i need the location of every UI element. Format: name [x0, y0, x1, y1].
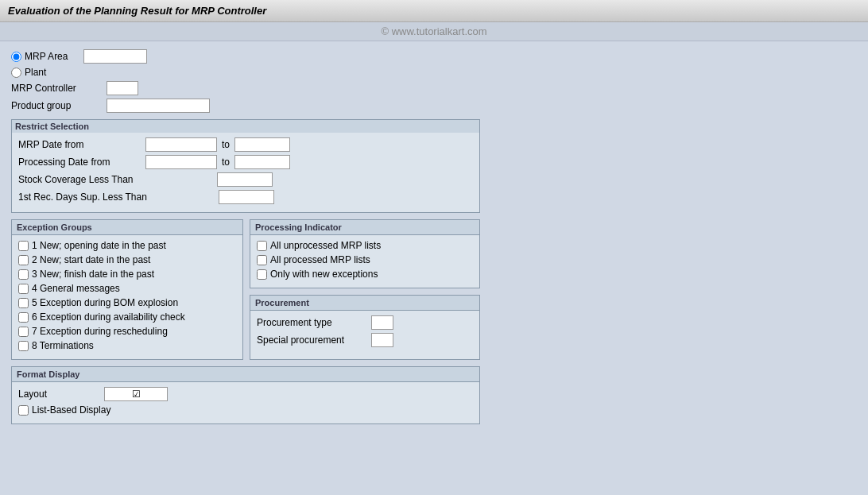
plant-radio-label[interactable]: Plant — [11, 67, 46, 78]
restrict-selection-box: Restrict Selection MRP Date from to Proc… — [11, 119, 480, 213]
mrp-date-to-label: to — [222, 139, 230, 150]
exception-item-5: 5 Exception during BOM explosion — [18, 297, 236, 308]
page-title: Evaluation of the Planning Result for MR… — [8, 5, 266, 17]
exception-item-6: 6 Exception during availability check — [18, 311, 236, 323]
stock-coverage-input[interactable] — [217, 172, 273, 187]
processing-date-from-label: Processing Date from — [18, 157, 145, 168]
panels-container: Exception Groups 1 New; opening date in … — [11, 219, 480, 360]
format-display-content: Layout ☑ List-Based Display — [12, 382, 479, 423]
mrp-controller-row: MRP Controller — [11, 81, 857, 95]
first-rec-days-row: 1st Rec. Days Sup. Less Than — [18, 190, 473, 204]
plant-row: Plant — [11, 67, 857, 78]
exception-checkbox-4[interactable] — [18, 284, 29, 294]
processing-checkbox-1[interactable] — [257, 241, 267, 251]
layout-row: Layout ☑ — [18, 387, 473, 401]
format-display-title: Format Display — [12, 367, 479, 382]
processing-item-2: All processed MRP lists — [257, 254, 473, 265]
processing-date-row: Processing Date from to — [18, 155, 473, 169]
mrp-area-radio-label[interactable]: MRP Area — [11, 51, 68, 62]
watermark-text: © www.tutorialkart.com — [381, 25, 486, 37]
format-display-box: Format Display Layout ☑ List-Based Displ… — [11, 366, 480, 424]
plant-label: Plant — [25, 67, 46, 78]
exception-checkbox-3[interactable] — [18, 269, 29, 280]
mrp-controller-input[interactable] — [107, 81, 138, 95]
mrp-area-label: MRP Area — [25, 51, 68, 62]
exception-label-7: 7 Exception during rescheduling — [32, 326, 168, 337]
plant-radio[interactable] — [11, 68, 21, 78]
processing-checkbox-3[interactable] — [257, 269, 267, 280]
mrp-area-radio[interactable] — [11, 52, 21, 62]
processing-label-1: All unprocessed MRP lists — [270, 240, 381, 251]
right-panels: Processing Indicator All unprocessed MRP… — [250, 219, 480, 360]
product-group-input[interactable] — [107, 99, 210, 113]
exception-item-7: 7 Exception during rescheduling — [18, 326, 236, 337]
exception-item-1: 1 New; opening date in the past — [18, 240, 236, 251]
exception-label-4: 4 General messages — [32, 283, 120, 294]
processing-label-2: All processed MRP lists — [270, 254, 370, 265]
stock-coverage-label: Stock Coverage Less Than — [18, 174, 145, 185]
exception-item-3: 3 New; finish date in the past — [18, 269, 236, 280]
exception-item-2: 2 New; start date in the past — [18, 254, 236, 265]
processing-checkbox-2[interactable] — [257, 255, 267, 265]
processing-indicator-content: All unprocessed MRP lists All processed … — [250, 235, 479, 288]
exception-label-2: 2 New; start date in the past — [32, 254, 150, 265]
exception-checkbox-1[interactable] — [18, 241, 29, 251]
exception-groups-content: 1 New; opening date in the past 2 New; s… — [12, 235, 242, 359]
mrp-date-from-input[interactable] — [145, 137, 217, 152]
procurement-panel: Procurement Procurement type Special pro… — [250, 295, 480, 360]
layout-label: Layout — [18, 389, 98, 400]
mrp-date-row: MRP Date from to — [18, 137, 473, 152]
processing-date-to-input[interactable] — [234, 155, 290, 169]
special-procurement-label: Special procurement — [257, 335, 368, 346]
stock-coverage-row: Stock Coverage Less Than — [18, 172, 473, 187]
exception-label-1: 1 New; opening date in the past — [32, 240, 166, 251]
processing-item-1: All unprocessed MRP lists — [257, 240, 473, 251]
exception-checkbox-5[interactable] — [18, 298, 29, 308]
title-bar: Evaluation of the Planning Result for MR… — [0, 0, 868, 22]
mrp-area-row: MRP Area — [11, 49, 857, 64]
main-content: MRP Area Plant MRP Controller Product gr… — [0, 41, 868, 439]
mrp-date-from-label: MRP Date from — [18, 139, 145, 150]
procurement-type-input[interactable] — [371, 315, 393, 330]
exception-label-6: 6 Exception during availability check — [32, 311, 185, 323]
mrp-area-input[interactable] — [83, 49, 147, 64]
exception-checkbox-8[interactable] — [18, 341, 29, 351]
procurement-title: Procurement — [250, 296, 479, 311]
exception-item-8: 8 Terminations — [18, 340, 236, 351]
exception-label-5: 5 Exception during BOM explosion — [32, 297, 178, 308]
exception-groups-panel: Exception Groups 1 New; opening date in … — [11, 219, 243, 360]
procurement-content: Procurement type Special procurement — [250, 311, 479, 355]
exception-item-4: 4 General messages — [18, 283, 236, 294]
procurement-type-label: Procurement type — [257, 317, 368, 328]
processing-item-3: Only with new exceptions — [257, 269, 473, 280]
exception-label-8: 8 Terminations — [32, 340, 94, 351]
special-procurement-row: Special procurement — [257, 333, 473, 347]
list-based-display-label: List-Based Display — [32, 404, 110, 416]
processing-date-to-label: to — [222, 157, 230, 168]
mrp-date-to-input[interactable] — [234, 137, 290, 152]
first-rec-days-input[interactable] — [219, 190, 274, 204]
processing-indicator-panel: Processing Indicator All unprocessed MRP… — [250, 219, 480, 288]
exception-checkbox-7[interactable] — [18, 327, 29, 337]
product-group-label: Product group — [11, 100, 107, 111]
list-based-display-checkbox[interactable] — [18, 405, 29, 416]
processing-indicator-title: Processing Indicator — [250, 220, 479, 235]
restrict-selection-title: Restrict Selection — [12, 120, 479, 133]
exception-checkbox-6[interactable] — [18, 312, 29, 323]
layout-input[interactable]: ☑ — [104, 387, 168, 401]
special-procurement-input[interactable] — [371, 333, 393, 347]
exception-checkbox-2[interactable] — [18, 255, 29, 265]
exception-groups-title: Exception Groups — [12, 220, 242, 235]
procurement-type-row: Procurement type — [257, 315, 473, 330]
product-group-row: Product group — [11, 99, 857, 113]
watermark-bar: © www.tutorialkart.com — [0, 22, 868, 41]
processing-date-from-input[interactable] — [145, 155, 217, 169]
exception-label-3: 3 New; finish date in the past — [32, 269, 154, 280]
first-rec-days-label: 1st Rec. Days Sup. Less Than — [18, 191, 147, 203]
mrp-controller-label: MRP Controller — [11, 83, 107, 94]
list-based-display-row: List-Based Display — [18, 404, 473, 416]
processing-label-3: Only with new exceptions — [270, 269, 378, 280]
